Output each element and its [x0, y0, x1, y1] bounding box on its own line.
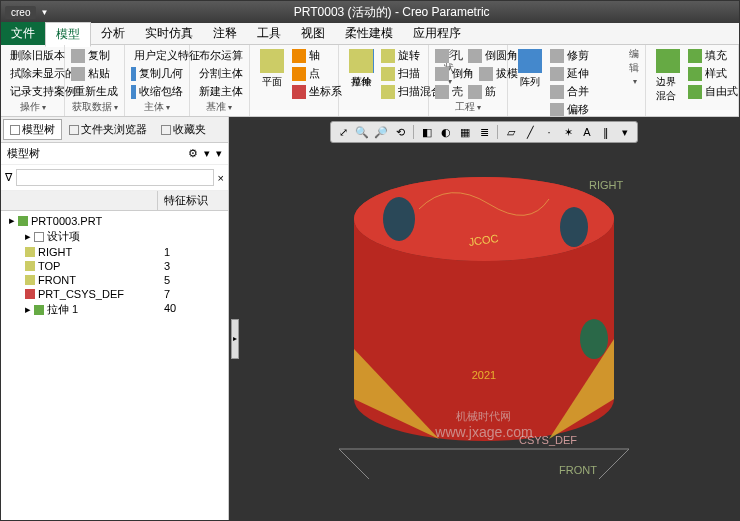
btn-pattern[interactable]: 阵列 [512, 47, 548, 91]
btn-extrude[interactable]: 拉伸 [343, 47, 379, 91]
group-label-ops[interactable]: 操作 [5, 100, 60, 114]
filter-row: ∇ × [1, 165, 228, 191]
more-icon[interactable]: ▾ [617, 124, 633, 140]
btn-rib[interactable]: 筋 [466, 83, 498, 100]
saved-view-icon[interactable]: ▦ [457, 124, 473, 140]
tree-row-root[interactable]: ▸ PRT0003.PRT [1, 213, 228, 228]
btn-plane[interactable]: 平面 [254, 47, 290, 91]
sbtab-modeltree[interactable]: 模型树 [3, 119, 62, 140]
datum-point-icon[interactable]: · [541, 124, 557, 140]
btn-extend[interactable]: 延伸 [548, 65, 591, 82]
refit-icon[interactable]: ⟲ [392, 124, 408, 140]
btn-split[interactable]: 分割主体 [194, 65, 245, 82]
btn-regen[interactable]: 重新生成 [69, 83, 120, 100]
csys-icon[interactable]: ✶ [560, 124, 576, 140]
col1 [1, 191, 158, 210]
btn-hole[interactable]: 孔 [433, 47, 465, 64]
pause-icon[interactable]: ‖ [598, 124, 614, 140]
btn-erase[interactable]: 拭除未显示的 [5, 65, 60, 82]
tree-header: 特征标识 [1, 191, 228, 211]
datum-label-front: FRONT [559, 464, 597, 476]
zoom-in-icon[interactable]: 🔍 [354, 124, 370, 140]
btn-point[interactable]: 点 [290, 65, 344, 82]
btn-fill[interactable]: 填充 [686, 47, 739, 64]
tree-row[interactable]: TOP3 [1, 259, 228, 273]
btn-shrink[interactable]: 收缩包络 [129, 83, 184, 100]
sidebar-header: 模型树 ⚙ ▾ ▾ [1, 143, 228, 165]
btn-trim[interactable]: 修剪 [548, 47, 591, 64]
menu-bar: 文件 模型 分析 实时仿真 注释 工具 视图 柔性建模 应用程序 [1, 23, 739, 45]
group-label-data[interactable]: 获取数据 [69, 100, 120, 114]
btn-delete-old[interactable]: 删除旧版本 [5, 47, 60, 64]
btn-bool[interactable]: 布尔运算 [194, 47, 245, 64]
group-label-datum[interactable]: 基准 [194, 100, 245, 114]
datum-axis-icon[interactable]: ╱ [522, 124, 538, 140]
tree-row[interactable]: FRONT5 [1, 273, 228, 287]
btn-style[interactable]: 样式 [686, 65, 739, 82]
btn-copygeom[interactable]: 复制几何 [129, 65, 184, 82]
btn-boundary[interactable]: 边界混合 [650, 47, 686, 105]
sidebar-title: 模型树 [7, 146, 40, 161]
layer-icon[interactable]: ≣ [476, 124, 492, 140]
tree-row[interactable]: RIGHT1 [1, 245, 228, 259]
group-label-edit[interactable]: 编辑 [626, 47, 641, 86]
zoom-out-icon[interactable]: 🔎 [373, 124, 389, 140]
tab-apps[interactable]: 应用程序 [403, 22, 471, 45]
tab-annotate[interactable]: 注释 [203, 22, 247, 45]
btn-free[interactable]: 自由式 [686, 83, 739, 100]
model-cylinder: 2021 JCOC RIGHT FRONT CSYS_DEF [319, 149, 649, 489]
dropdown-icon[interactable]: ▾ [216, 147, 222, 160]
dropdown-icon[interactable]: ▾ [204, 147, 210, 160]
tab-analysis[interactable]: 分析 [91, 22, 135, 45]
ribbon-group-copy: 复制 粘贴 重新生成 获取数据 [65, 45, 125, 116]
btn-offset[interactable]: 偏移 [548, 101, 591, 117]
settings-icon[interactable]: ⚙ [188, 147, 198, 160]
tab-sim[interactable]: 实时仿真 [135, 22, 203, 45]
btn-copy[interactable]: 复制 [69, 47, 120, 64]
star-icon [161, 125, 171, 135]
shade-icon[interactable]: ◐ [438, 124, 454, 140]
tab-file[interactable]: 文件 [1, 22, 45, 45]
expand-handle[interactable]: ▸ [231, 319, 239, 359]
btn-udf[interactable]: 用户定义特征 [129, 47, 184, 64]
tab-model[interactable]: 模型 [45, 22, 91, 47]
btn-chamfer[interactable]: 倒角 [433, 65, 476, 82]
group-label-body[interactable]: 主体 [129, 100, 184, 114]
sidebar: 模型树 文件夹浏览器 收藏夹 模型树 ⚙ ▾ ▾ ∇ × 特征标识 ▸ PRT0… [1, 117, 229, 520]
tab-view[interactable]: 视图 [291, 22, 335, 45]
dropdown-icon[interactable]: ▼ [40, 8, 48, 17]
folder-icon [69, 125, 79, 135]
filter-input[interactable] [16, 169, 214, 186]
annotation-icon[interactable]: A [579, 124, 595, 140]
clear-icon[interactable]: × [218, 172, 224, 184]
ribbon-group-shape: 拉伸 旋转 扫描 扫描混合 形状 [339, 45, 429, 116]
btn-shell[interactable]: 壳 [433, 83, 465, 100]
btn-record[interactable]: 记录支持案例 [5, 83, 60, 100]
display-icon[interactable]: ◧ [419, 124, 435, 140]
svg-point-4 [580, 319, 608, 359]
ribbon-group-body: 布尔运算 分割主体 新建主体 基准 [190, 45, 250, 116]
tab-tools[interactable]: 工具 [247, 22, 291, 45]
sbtab-folder[interactable]: 文件夹浏览器 [62, 119, 154, 140]
group-label-eng[interactable]: 工程 [433, 100, 503, 114]
ribbon: 删除旧版本 拭除未显示的 记录支持案例 操作 复制 粘贴 重新生成 获取数据 用… [1, 45, 739, 117]
btn-project[interactable]: 合并 [548, 83, 591, 100]
title-bar: creo ▼ PRT0003 (活动的) - Creo Parametric [1, 1, 739, 23]
sbtab-fav[interactable]: 收藏夹 [154, 119, 213, 140]
tab-flex[interactable]: 柔性建模 [335, 22, 403, 45]
col2: 特征标识 [158, 191, 228, 210]
btn-newbody[interactable]: 新建主体 [194, 83, 245, 100]
viewport-3d[interactable]: ⤢ 🔍 🔎 ⟲ ◧ ◐ ▦ ≣ ▱ ╱ · ✶ A ‖ ▾ ▸ 2021 [229, 117, 739, 520]
tree-row[interactable]: ▸ 拉伸 140 [1, 301, 228, 318]
zoom-fit-icon[interactable]: ⤢ [335, 124, 351, 140]
tree-row[interactable]: ▸ 设计项 [1, 228, 228, 245]
btn-csys[interactable]: 坐标系 [290, 83, 344, 100]
btn-paste[interactable]: 粘贴 [69, 65, 120, 82]
tree-row[interactable]: PRT_CSYS_DEF7 [1, 287, 228, 301]
datum-plane-icon[interactable]: ▱ [503, 124, 519, 140]
svg-point-2 [383, 197, 415, 241]
btn-axis[interactable]: 轴 [290, 47, 344, 64]
ribbon-group-datum: 平面 轴 点 坐标系 草绘 [250, 45, 339, 116]
filter-icon[interactable]: ∇ [5, 171, 12, 184]
svg-point-3 [560, 207, 588, 247]
